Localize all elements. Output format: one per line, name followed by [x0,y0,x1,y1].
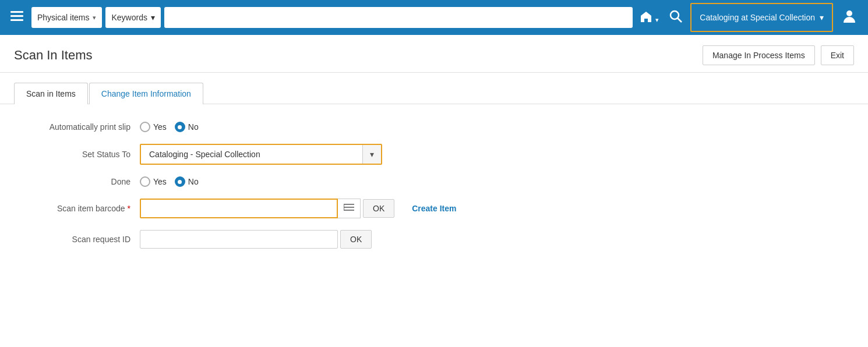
set-status-label: Set Status To [23,150,140,159]
context-label: Cataloging at Special Collection [700,13,815,22]
auto-print-yes-option[interactable]: Yes [140,122,167,132]
auto-print-no-label: No [188,122,199,132]
request-id-input-wrapper: OK [140,230,372,249]
user-button[interactable] [837,5,862,30]
exit-button[interactable]: Exit [821,45,854,65]
svg-line-4 [678,18,682,22]
tab-scan-in[interactable]: Scan in Items [14,83,88,104]
keywords-arrow: ▾ [151,13,155,22]
request-id-ok-button[interactable]: OK [340,230,372,249]
set-status-row: Set Status To Cataloging - Special Colle… [23,144,845,165]
svg-rect-2 [10,19,23,21]
navbar: Physical items ▾ Keywords ▾ ▾ Cataloging… [0,0,868,35]
context-arrow: ▾ [820,13,824,22]
status-select-wrapper[interactable]: Cataloging - Special Collection ▾ [140,144,382,165]
barcode-input-wrapper: OK [140,199,394,218]
done-label: Done [23,177,140,186]
page-header: Scan In Items Manage In Process Items Ex… [0,35,868,73]
search-button[interactable] [665,8,687,28]
auto-print-radio-group: Yes No [140,122,199,132]
status-select-arrow[interactable]: ▾ [362,145,381,164]
home-button[interactable]: ▾ [636,8,662,27]
svg-rect-1 [10,15,23,17]
context-button[interactable]: Cataloging at Special Collection ▾ [690,3,833,32]
barcode-label: Scan item barcode * [23,204,140,213]
done-no-label: No [188,177,199,186]
auto-print-yes-label: Yes [153,122,167,132]
physical-items-label: Physical items [37,13,89,22]
done-no-radio[interactable] [175,176,185,187]
keywords-label: Keywords [111,13,147,22]
tab-scan-in-label: Scan in Items [26,89,76,98]
barcode-ok-button[interactable]: OK [363,199,394,218]
status-select-value: Cataloging - Special Collection [141,145,362,164]
tab-change-item-info-label: Change Item Information [101,89,191,98]
request-id-row: Scan request ID OK [23,230,845,249]
barcode-row: Scan item barcode * OK Create Item [23,199,845,218]
done-yes-option[interactable]: Yes [140,176,167,187]
barcode-list-icon[interactable] [338,199,361,218]
create-item-link[interactable]: Create Item [412,204,456,213]
request-id-input[interactable] [140,230,338,249]
manage-in-process-button[interactable]: Manage In Process Items [703,45,815,65]
svg-point-5 [846,10,852,16]
physical-items-arrow: ▾ [93,14,96,22]
done-radio-group: Yes No [140,176,199,187]
search-input[interactable] [164,7,633,28]
page-header-actions: Manage In Process Items Exit [703,45,854,65]
auto-print-row: Automatically print slip Yes No [23,122,845,132]
done-yes-label: Yes [153,177,167,186]
form-area: Automatically print slip Yes No Set Stat… [0,104,868,278]
page-title: Scan In Items [14,48,93,63]
request-id-label: Scan request ID [23,235,140,244]
done-yes-radio[interactable] [140,176,150,187]
tabs: Scan in Items Change Item Information [0,73,868,104]
auto-print-no-radio[interactable] [175,122,185,132]
svg-point-3 [671,11,679,19]
done-no-option[interactable]: No [175,176,199,187]
auto-print-no-option[interactable]: No [175,122,199,132]
physical-items-dropdown[interactable]: Physical items ▾ [31,7,102,28]
barcode-required: * [128,204,130,213]
auto-print-label: Automatically print slip [23,122,140,132]
done-row: Done Yes No [23,176,845,187]
navbar-icons: ▾ [636,8,687,28]
tab-change-item-info[interactable]: Change Item Information [89,83,203,104]
auto-print-yes-radio[interactable] [140,122,150,132]
keywords-dropdown[interactable]: Keywords ▾ [105,7,160,28]
barcode-input[interactable] [140,199,338,218]
filter-icon[interactable] [6,8,28,28]
main-content: Scan In Items Manage In Process Items Ex… [0,35,868,347]
svg-rect-0 [10,11,23,13]
